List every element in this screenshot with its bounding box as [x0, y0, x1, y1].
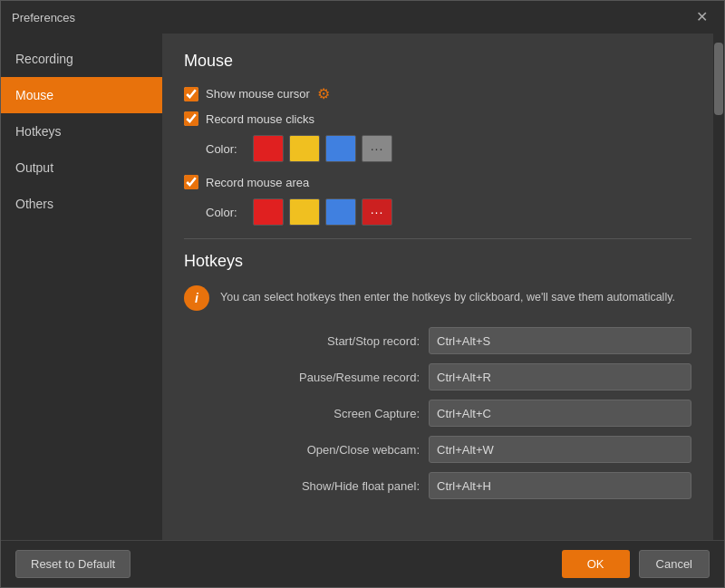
clicks-color-label: Color:	[206, 142, 242, 156]
sidebar-item-recording[interactable]: Recording	[1, 41, 162, 77]
main-content: Recording Mouse Hotkeys Output Others Mo…	[1, 34, 724, 540]
hotkey-input-float-panel[interactable]	[429, 472, 691, 499]
area-color-row: Color: ···	[206, 198, 691, 226]
clicks-color-yellow[interactable]	[289, 135, 320, 162]
hotkey-input-start-stop[interactable]	[429, 327, 691, 354]
sidebar: Recording Mouse Hotkeys Output Others	[1, 34, 162, 540]
hotkey-row-webcam: Open/Close webcam:	[184, 436, 691, 463]
record-area-label: Record mouse area	[206, 176, 309, 189]
sidebar-item-mouse[interactable]: Mouse	[1, 77, 162, 113]
hotkey-input-webcam[interactable]	[429, 436, 691, 463]
content-area: Mouse Show mouse cursor ⚙ Record mouse c…	[162, 34, 713, 540]
sidebar-item-others[interactable]: Others	[1, 186, 162, 222]
scrollbar-thumb[interactable]	[714, 43, 723, 115]
hotkey-label-start-stop: Start/Stop record:	[275, 334, 420, 348]
sidebar-item-hotkeys[interactable]: Hotkeys	[1, 113, 162, 149]
mouse-section: Mouse Show mouse cursor ⚙ Record mouse c…	[184, 52, 691, 226]
record-clicks-label: Record mouse clicks	[206, 112, 314, 126]
ok-button[interactable]: OK	[562, 550, 630, 578]
clicks-color-row: Color: ···	[206, 135, 691, 162]
hotkey-input-screen-capture[interactable]	[429, 400, 691, 427]
footer-right: OK Cancel	[562, 550, 710, 578]
show-cursor-row: Show mouse cursor ⚙	[184, 85, 691, 102]
footer: Reset to Default OK Cancel	[1, 540, 724, 587]
area-color-label: Color:	[206, 206, 242, 219]
clicks-color-red[interactable]	[253, 135, 284, 162]
cancel-button[interactable]: Cancel	[639, 550, 710, 578]
sidebar-item-output[interactable]: Output	[1, 149, 162, 186]
area-color-more[interactable]: ···	[362, 198, 392, 226]
hotkey-label-float-panel: Show/Hide float panel:	[275, 479, 420, 493]
hotkey-label-screen-capture: Screen Capture:	[275, 407, 420, 420]
hotkey-row-start-stop: Start/Stop record:	[184, 327, 691, 354]
hotkeys-section: Hotkeys i You can select hotkeys then en…	[184, 252, 691, 499]
gear-icon[interactable]: ⚙	[317, 85, 330, 102]
preferences-window: Preferences ✕ Recording Mouse Hotkeys Ou…	[0, 0, 725, 588]
area-color-red[interactable]	[253, 198, 284, 226]
info-icon: i	[184, 285, 209, 311]
hotkey-row-float-panel: Show/Hide float panel:	[184, 472, 691, 499]
reset-button[interactable]: Reset to Default	[15, 550, 130, 578]
info-text: You can select hotkeys then enter the ho…	[220, 285, 675, 306]
info-box: i You can select hotkeys then enter the …	[184, 285, 691, 311]
clicks-color-more[interactable]: ···	[362, 135, 392, 162]
mouse-section-title: Mouse	[184, 52, 691, 71]
show-cursor-checkbox[interactable]	[184, 87, 198, 101]
hotkey-row-pause-resume: Pause/Resume record:	[184, 363, 691, 390]
title-bar: Preferences ✕	[1, 1, 724, 34]
clicks-color-blue[interactable]	[325, 135, 356, 162]
area-color-blue[interactable]	[325, 198, 356, 226]
window-title: Preferences	[12, 11, 75, 24]
scrollbar-track	[713, 34, 724, 540]
area-color-yellow[interactable]	[289, 198, 320, 226]
hotkey-label-webcam: Open/Close webcam:	[275, 443, 420, 457]
section-divider	[184, 238, 691, 239]
hotkeys-section-title: Hotkeys	[184, 252, 691, 271]
record-clicks-row: Record mouse clicks	[184, 111, 691, 126]
show-cursor-label: Show mouse cursor	[206, 87, 310, 101]
record-area-checkbox[interactable]	[184, 175, 198, 189]
hotkey-row-screen-capture: Screen Capture:	[184, 400, 691, 427]
hotkey-input-pause-resume[interactable]	[429, 363, 691, 390]
record-clicks-checkbox[interactable]	[184, 111, 198, 126]
record-area-row: Record mouse area	[184, 175, 691, 189]
close-button[interactable]: ✕	[691, 8, 713, 26]
hotkey-label-pause-resume: Pause/Resume record:	[275, 371, 420, 384]
